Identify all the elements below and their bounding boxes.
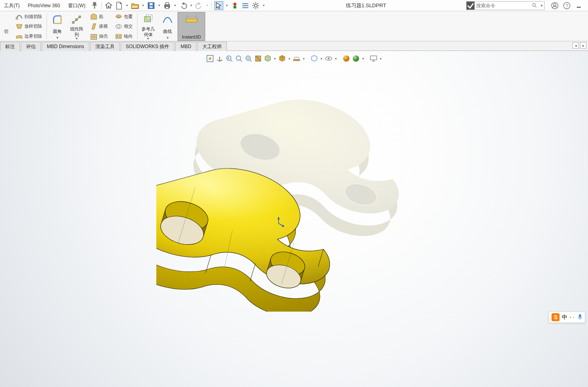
rib-button[interactable]: 筋: [89, 12, 109, 21]
sweep-cut-button[interactable]: 扫描切除: [14, 12, 44, 21]
redo-icon[interactable]: [195, 1, 204, 10]
ime-indicator[interactable]: S 中 •၊: [549, 312, 585, 323]
fillet-button[interactable]: 圆角 ▾: [48, 12, 67, 41]
search-box[interactable]: ▾: [466, 1, 545, 10]
select-tool-dropdown[interactable]: ▾: [225, 1, 229, 10]
help-icon[interactable]: ?: [562, 1, 571, 10]
linear-pattern-dropdown[interactable]: ▾: [76, 36, 78, 41]
reference-geometry-button[interactable]: 参考几 何体 ▾: [139, 12, 158, 41]
search-icon[interactable]: [531, 3, 539, 8]
print-dropdown[interactable]: ▾: [173, 1, 177, 10]
zoom-icon[interactable]: [244, 54, 253, 63]
tab-mbd-dimensions[interactable]: MBD Dimensions: [42, 42, 89, 51]
screen-icon[interactable]: [369, 54, 378, 63]
hide-show-dropdown[interactable]: ▾: [302, 57, 306, 61]
intersect-button[interactable]: 相交: [113, 22, 134, 31]
svg-line-13: [535, 6, 537, 7]
screen-dropdown[interactable]: ▾: [379, 57, 383, 61]
tab-evaluate[interactable]: 评估: [21, 42, 41, 51]
triad-icon[interactable]: [215, 54, 224, 63]
print-icon[interactable]: [163, 1, 172, 10]
open-file-dropdown[interactable]: ▾: [141, 1, 145, 10]
zoom-area-icon[interactable]: [234, 54, 243, 63]
boundary-cut-button[interactable]: 边界切除: [14, 32, 44, 41]
linear-pattern-button[interactable]: 线性阵 列 ▾: [67, 12, 86, 41]
expand-right-icon[interactable]: ▸: [580, 42, 586, 49]
save-icon[interactable]: [147, 1, 156, 10]
sweep-cut-icon: [16, 13, 23, 20]
graphics-area[interactable]: ▾ ▾ ▾ ▾ ▾ ▾ ▾: [0, 51, 588, 387]
loft-cut-label: 放样切除: [24, 23, 42, 29]
tab-biaozhu[interactable]: 标注: [0, 42, 20, 51]
redo-dropdown[interactable]: ▾: [205, 1, 209, 10]
search-input[interactable]: [475, 2, 531, 10]
display-style-dropdown[interactable]: ▾: [287, 57, 291, 61]
fillet-dropdown[interactable]: ▾: [57, 36, 59, 40]
tab-mbd[interactable]: MBD: [175, 42, 196, 51]
reference-geometry-label: 参考几 何体: [141, 26, 155, 37]
new-file-icon[interactable]: [115, 1, 123, 10]
ime-mode-icon[interactable]: •၊: [570, 315, 575, 320]
svg-point-54: [162, 197, 211, 235]
prev-view-icon[interactable]: [225, 54, 234, 63]
apply-scene-icon[interactable]: [352, 54, 360, 63]
svg-rect-30: [186, 19, 197, 22]
ime-lang[interactable]: 中: [562, 314, 567, 321]
home-icon[interactable]: [104, 1, 113, 10]
menu-photoview360[interactable]: PhotoView 360: [24, 0, 63, 11]
undo-icon[interactable]: [179, 1, 188, 10]
separator: [101, 2, 102, 9]
display-style-icon[interactable]: [278, 54, 287, 63]
tab-render-tools[interactable]: 渲染工具: [90, 42, 120, 51]
draft-button[interactable]: 拔模: [89, 22, 109, 31]
select-tool-icon[interactable]: [214, 1, 223, 10]
cut-button[interactable]: 切: [2, 27, 10, 36]
edit-appearance-dropdown[interactable]: ▾: [319, 57, 323, 61]
save-dropdown[interactable]: ▾: [157, 1, 161, 10]
search-prefix-icon: [467, 2, 475, 10]
reference-geometry-dropdown[interactable]: ▾: [147, 36, 149, 41]
shell-button[interactable]: 抽壳: [89, 32, 109, 41]
cut-stack: 切: [1, 12, 12, 41]
pin-icon[interactable]: [90, 1, 99, 10]
curves-dropdown[interactable]: ▾: [167, 36, 169, 40]
options-list-icon[interactable]: [241, 1, 250, 10]
new-file-dropdown[interactable]: ▾: [125, 1, 129, 10]
traffic-light-icon[interactable]: [230, 1, 239, 10]
section-view-icon[interactable]: [254, 54, 263, 63]
user-account-icon[interactable]: [550, 1, 559, 10]
eye-dropdown[interactable]: ▾: [334, 57, 338, 61]
intersect-label: 相交: [124, 23, 133, 29]
search-mode-dropdown[interactable]: ▾: [539, 3, 544, 8]
svg-point-34: [226, 56, 231, 60]
hide-show-icon[interactable]: [292, 54, 301, 63]
svg-point-52: [341, 180, 380, 209]
minimize-icon[interactable]: [574, 1, 583, 10]
view-orientation-dropdown[interactable]: ▾: [273, 57, 277, 61]
view-orientation-icon[interactable]: [263, 54, 272, 63]
wrap-button[interactable]: 包覆: [113, 12, 134, 21]
eye-icon[interactable]: [324, 54, 333, 63]
instant3d-button[interactable]: Instant3D: [178, 12, 205, 41]
loft-cut-button[interactable]: 放样切除: [14, 22, 44, 31]
settings-gear-icon[interactable]: [251, 1, 260, 10]
svg-rect-19: [16, 18, 18, 19]
settings-dropdown[interactable]: ▾: [262, 1, 266, 10]
menu-window[interactable]: 窗口(W): [65, 0, 89, 11]
curves-button[interactable]: 曲线 ▾: [158, 12, 177, 41]
zoom-fit-icon[interactable]: [206, 54, 214, 63]
linear-pattern-label: 线性阵 列: [70, 26, 83, 37]
tab-solidworks-addins[interactable]: SOLIDWORKS 插件: [121, 42, 175, 51]
mirror-button[interactable]: 镜向: [113, 32, 134, 41]
svg-line-58: [178, 188, 195, 244]
apply-scene-dropdown[interactable]: ▾: [361, 57, 365, 61]
sogou-icon: S: [552, 313, 560, 321]
undo-dropdown[interactable]: ▾: [189, 1, 193, 10]
appearances-sphere-icon[interactable]: [342, 54, 351, 63]
open-file-icon[interactable]: [131, 1, 139, 10]
ime-mic-icon[interactable]: [578, 314, 582, 321]
edit-appearance-icon[interactable]: [310, 54, 319, 63]
collapse-left-icon[interactable]: ◂: [572, 42, 579, 49]
tab-daengineer[interactable]: 大工程师: [197, 42, 227, 51]
menu-tools[interactable]: 工具(T): [1, 0, 23, 11]
